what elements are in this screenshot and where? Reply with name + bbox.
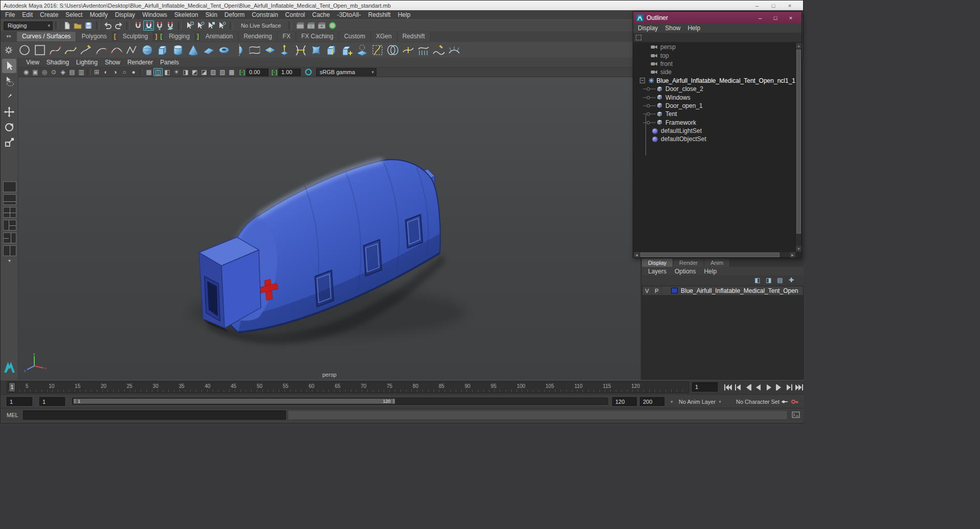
maximize-icon[interactable]: □ [765,3,782,9]
step-forward-key-button[interactable] [784,382,794,393]
animation-end-field[interactable]: 200 [640,397,664,406]
tab-render[interactable]: Render [673,259,704,267]
menu-item[interactable]: Help [394,10,414,19]
tab-anim[interactable]: Anim [704,259,730,267]
extrude-icon[interactable] [278,43,293,57]
shaded-mode-icon[interactable]: ◫ [153,68,163,76]
nurbs-cylinder-icon[interactable] [171,43,185,57]
undo-icon[interactable] [102,20,113,31]
menu-item[interactable]: Edit [18,10,36,19]
panel-menu-item[interactable]: Renderer [124,58,157,67]
minimize-icon[interactable]: – [749,3,765,9]
nurbs-plane-icon[interactable] [202,43,216,57]
move-layer-down-icon[interactable]: ◨ [765,277,773,284]
outliner-item-door-close[interactable]: Door_close_2 [633,85,795,93]
range-slider-handle[interactable]: 1 120 [74,399,395,404]
scrollbar-thumb[interactable] [796,50,801,234]
gamma-toggle-icon[interactable]: [·] [272,69,277,75]
outliner-item-framework[interactable]: Framework [633,119,795,127]
lasso-tool[interactable] [2,74,16,88]
scroll-down-icon[interactable]: ▼ [796,246,801,251]
arc-2-point-icon[interactable] [94,43,108,57]
layer-menu-item[interactable]: Layers [644,267,671,276]
boundary-icon[interactable] [309,43,323,57]
animation-preferences-icon[interactable] [780,397,789,406]
layout-three-pane-left-button[interactable] [3,220,16,231]
project-curve-icon[interactable] [355,43,369,57]
toolbar-grip[interactable] [178,21,182,30]
outliner-menu-item[interactable]: Display [634,24,661,33]
outliner-filter-icon[interactable] [636,35,641,40]
film-gate-icon[interactable]: ◐ [101,68,110,76]
menu-item[interactable]: Control [282,10,309,19]
viewport-canvas[interactable]: y x z persp [18,77,640,380]
outliner-horizontal-scrollbar[interactable]: ◀ ▶ [634,251,795,257]
scrollbar-thumb[interactable] [640,252,779,257]
menu-item[interactable]: Skeleton [171,10,202,19]
exposure-toggle-icon[interactable]: [·] [239,69,245,75]
snap-to-plane-icon[interactable] [165,20,175,31]
layer-menu-item[interactable]: Help [700,267,721,276]
select-camera-icon[interactable]: ◉ [21,68,31,76]
motion-blur-icon[interactable]: ◪ [199,68,209,76]
current-frame-field[interactable]: 1 [692,382,718,392]
trim-icon[interactable] [370,43,385,57]
shelf-tab-rendering[interactable]: Rendering [238,32,277,41]
empty-layer-icon[interactable]: ▤ [776,277,784,284]
snap-to-point-icon[interactable] [154,20,165,31]
gate-mask-icon[interactable]: ○ [120,68,129,76]
layout-more-button[interactable]: ▾ [3,258,16,263]
maximize-icon[interactable]: □ [768,15,783,21]
redo-icon[interactable] [113,20,124,31]
image-plane-icon[interactable]: ◈ [58,68,68,76]
outliner-menu-item[interactable]: Show [661,24,684,33]
menu-item[interactable]: Display [112,10,139,19]
exposure-field[interactable]: 0.00 [246,68,269,76]
toolbar-grip[interactable] [288,21,292,30]
character-set-dropdown[interactable]: No Character Set ▾ [736,397,785,406]
scroll-up-icon[interactable]: ▲ [796,43,801,49]
launch-render-view-icon[interactable] [327,20,338,31]
color-management-icon[interactable] [305,68,312,76]
ipr-render-icon[interactable] [305,20,316,31]
toolbar-grip[interactable] [126,21,130,30]
shadows-icon[interactable]: ◨ [181,68,190,76]
outliner-item-door-open[interactable]: Door_open_1 [633,102,795,110]
layout-two-pane-button[interactable] [3,194,16,205]
shelf-tab-fx-caching[interactable]: FX Caching [296,32,339,41]
panel-menu-item[interactable]: View [23,58,43,67]
gamma-field[interactable]: 1.00 [278,68,301,76]
panel-menu-item[interactable]: Shading [43,58,73,67]
arc-3-point-icon[interactable] [109,43,124,57]
outliner-item-default-light-set[interactable]: defaultLightSet [633,127,795,135]
move-layer-up-icon[interactable]: ◧ [753,277,762,284]
render-current-frame-icon[interactable] [295,20,305,31]
outliner-item-windows[interactable]: Windows [633,93,795,101]
shelf-tab-redshift[interactable]: Redshift [397,32,431,41]
toolbar-grip[interactable] [230,21,233,30]
close-icon[interactable]: × [782,3,798,9]
ambient-occlusion-icon[interactable]: ◩ [190,68,199,76]
shelf-tab-custom[interactable]: Custom [339,32,371,41]
pencil-curve-icon[interactable] [79,43,93,57]
grid-display-icon[interactable]: ⊞ [92,68,101,76]
layer-name[interactable]: Blue_Airfull_Inflatable_Medical_Tent_Ope… [681,287,798,294]
nurbs-cube-icon[interactable] [155,43,170,57]
range-preset-dropdown[interactable]: ▾ [667,397,673,406]
nurbs-torus-icon[interactable] [217,43,231,57]
render-settings-icon[interactable] [316,20,327,31]
toolbar-grip[interactable] [96,21,100,30]
grease-pencil-icon[interactable]: ▥ [77,68,86,76]
paint-select-tool[interactable] [2,89,16,104]
range-slider-groove[interactable]: 1 120 [72,398,608,405]
resolution-gate-icon[interactable]: ◑ [110,68,120,76]
shelf-tab-sculpting[interactable]: Sculpting [118,32,153,41]
menu-item[interactable]: Deform [221,10,248,19]
use-all-lights-icon[interactable]: ☀ [172,68,181,76]
layout-two-pane-vertical-button[interactable] [3,245,16,256]
step-forward-frame-button[interactable] [774,382,784,393]
command-language-toggle[interactable]: MEL [7,412,18,418]
menu-item[interactable]: Windows [139,10,171,19]
outliner-item-top[interactable]: top [633,51,795,59]
new-scene-icon[interactable] [61,20,72,31]
